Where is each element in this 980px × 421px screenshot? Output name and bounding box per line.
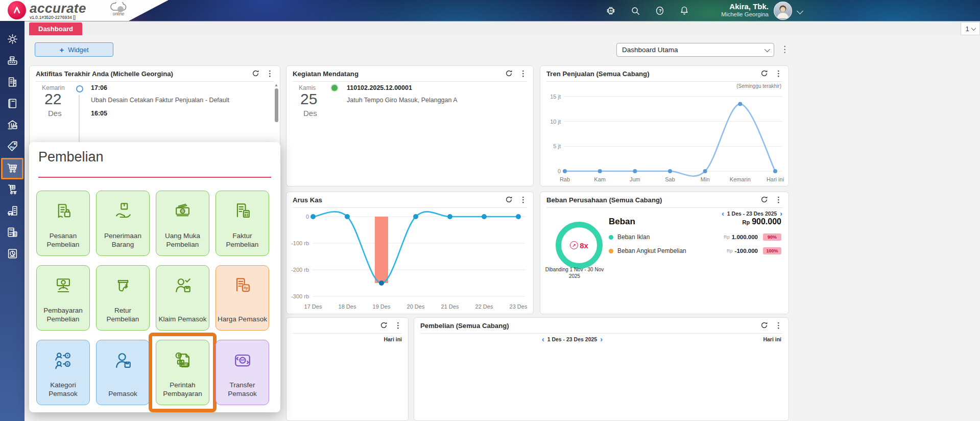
day-number: 22 [44,90,61,108]
bell-icon[interactable] [679,5,690,16]
price-tag-icon: Rp [6,140,19,155]
tile-transfer-pemasok[interactable]: RPTransfer Pemasok [216,340,269,405]
tile-kategori-pemasok[interactable]: ABKategori Pemasok [36,340,90,405]
currency-label: Rp [727,248,733,253]
tile-pesanan-pembelian[interactable]: Pesanan Pembelian [36,191,90,256]
menu-dots-icon[interactable]: ⋮ [775,195,782,204]
add-widget-button[interactable]: + Widget [35,42,113,57]
supplier-category-icon: AB [52,340,75,372]
tax-icon: TAX [6,226,19,241]
widget-title: Pembelian (Semua Cabang) [420,322,509,330]
day-number: 25 [300,90,317,108]
tile-label: Klaim Pemasok [157,297,208,330]
tile-klaim-pemasok[interactable]: Klaim Pemasok [156,265,209,331]
svg-text:-200 rb: -200 rb [291,267,309,273]
sidebar-item-tax[interactable]: TAX [1,222,23,244]
tab-counter[interactable]: 1 [961,22,980,35]
help-icon[interactable]: ? [654,5,665,16]
scroll-up-icon[interactable]: ▲ [274,83,278,87]
refresh-icon[interactable] [760,321,769,330]
menu-dots-icon[interactable]: ⋮ [775,321,782,330]
tab-dashboard[interactable]: Dashboard [29,22,82,35]
svg-text:10 jt: 10 jt [550,119,561,125]
widget-tren-penjualan: Tren Penjualan (Semua Cabang) ⋮ (Semingg… [540,65,789,186]
chevron-down-icon [971,26,976,31]
purchase-return-icon [112,266,134,297]
svg-text:5 jt: 5 jt [553,143,561,149]
tile-uang-muka-pembelian[interactable]: DPUang Muka Pembelian [156,191,209,256]
svg-text:A: A [66,354,68,357]
date-range-nav: ‹ 1 Des - 23 Des 2025 › [542,336,603,342]
goods-receipt-icon [112,191,134,223]
sidebar-item-handtruck[interactable] [1,179,23,201]
scrollbar-thumb[interactable] [275,88,278,122]
sidebar-item-cart[interactable] [1,158,23,179]
svg-text:-100 rb: -100 rb [291,240,309,246]
company-name: Akira, Tbk. [721,2,769,11]
refresh-icon[interactable] [380,321,388,330]
profile-chevron-icon[interactable] [797,8,803,14]
user-name: Michelle Georgina [721,11,769,18]
sidebar-item-cash-register[interactable] [1,51,23,72]
svg-text:Rp: Rp [10,145,14,149]
tile-perintah-pembayaran[interactable]: Perintah Pembayaran [156,340,209,405]
date-range-label: 1 Des - 23 Des 2025 [727,211,777,217]
sidebar-item-book[interactable] [1,93,23,115]
tile-harga-pemasok[interactable]: RpHarga Pemasok [216,265,269,331]
dashboard-select[interactable]: Dashboard Utama [616,43,774,57]
sidebar-item-price-tag[interactable]: Rp [1,136,23,158]
refresh-icon[interactable] [760,69,769,78]
supplier-claim-icon [172,266,194,297]
activity-time: 17:06 [91,84,107,91]
payment-order-icon [172,340,194,372]
sidebar-item-bank[interactable] [1,115,23,136]
currency-label: Rp [724,235,730,240]
tile-penerimaan-barang[interactable]: Penerimaan Barang [96,191,150,256]
avatar[interactable] [774,2,792,20]
accurate-online-app: accurate online v1.0.1#3520-2276934 [] A… [0,0,980,421]
refresh-icon[interactable] [760,196,769,204]
next-date-icon[interactable]: › [780,211,782,216]
legend-row: Beban Iklan Rp 1.000.000 90% [609,233,781,241]
refresh-icon[interactable] [505,69,513,78]
sidebar-item-company[interactable] [1,72,23,93]
ai-icon[interactable]: AI [605,5,616,16]
menu-dots-icon[interactable]: ⋮ [394,321,402,330]
overlay-tile-grid: Pesanan PembelianPenerimaan BarangDPUang… [36,191,269,405]
search-icon[interactable] [630,5,641,16]
sidebar-item-gear[interactable] [1,29,23,51]
tile-label: Kategori Pemasok [37,372,89,405]
sidebar-item-asset[interactable] [1,201,23,222]
legend-amount: -100.000 [735,248,758,254]
widget-title: Beban Perusahaan (Semua Cabang) [546,196,662,204]
menu-dots-icon[interactable]: ⋮ [519,69,527,78]
sidebar-item-pie-report[interactable] [1,244,23,265]
svg-text:Min: Min [701,176,710,182]
tile-label: Penerimaan Barang [97,223,149,255]
menu-dots-icon[interactable]: ⋮ [266,69,274,78]
toolbar-menu-dots[interactable]: ⋮ [780,44,789,55]
tile-pemasok[interactable]: Pemasok [96,340,150,405]
svg-text:TAX: TAX [9,228,14,231]
tile-retur-pembelian[interactable]: Retur Pembelian [96,265,150,331]
next-date-icon[interactable]: › [600,337,603,342]
user-block[interactable]: Akira, Tbk. Michelle Georgina [721,2,769,18]
hari-ini-label: Hari ini [763,336,781,342]
prev-date-icon[interactable]: ‹ [542,337,544,342]
pct-badge: 90% [763,233,781,241]
refresh-icon[interactable] [505,196,513,204]
prev-date-icon[interactable]: ‹ [722,211,724,216]
tile-label: Pembayaran Pembelian [37,297,89,330]
app-version: v1.0.1#3520-2276934 [] [30,15,76,20]
down-payment-icon: DP [172,191,194,223]
tile-label: Perintah Pembayaran [156,372,209,405]
svg-text:?: ? [659,8,662,13]
tile-pembayaran-pembelian[interactable]: Pembayaran Pembelian [36,265,90,331]
menu-dots-icon[interactable]: ⋮ [519,195,527,204]
widget-title: Aktifitas Terakhir Anda (Michelle Georgi… [36,70,173,78]
menu-dots-icon[interactable]: ⋮ [775,69,782,78]
tile-faktur-pembelian[interactable]: Faktur Pembelian [216,191,269,256]
legend-dot-icon [609,235,613,240]
date-range-label: 1 Des - 23 Des 2025 [547,336,597,342]
refresh-icon[interactable] [252,69,260,78]
